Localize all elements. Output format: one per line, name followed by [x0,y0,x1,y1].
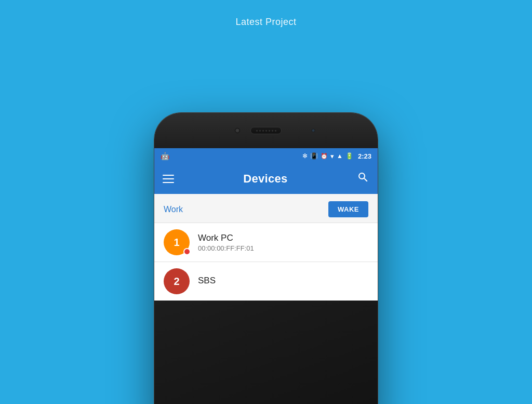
app-bar: Devices [154,164,378,194]
wake-all-button[interactable]: WAKE [328,201,368,217]
status-bar-left: 🤖 [161,152,169,160]
phone-body: 🤖 ✻ 📳 ⏰ ▾ ▲ 🔋 2:23 [154,113,378,404]
phone-top-bezel [154,113,378,148]
alarm-icon: ⏰ [321,153,328,160]
group-label: Work [164,205,183,214]
device-group-header: Work WAKE [154,194,378,223]
vibrate-icon: 📳 [310,152,318,160]
front-camera-right [311,128,315,133]
hamburger-line-1 [163,175,174,176]
phone-mockup: 🤖 ✻ 📳 ⏰ ▾ ▲ 🔋 2:23 [154,113,378,404]
device-info-1: Work PC 00:00:00:FF:FF:01 [198,233,368,252]
avatar-number-2: 2 [174,276,179,288]
device-list: Work WAKE 1 Work PC 00:00:00:FF:FF:01 [154,194,378,301]
bluetooth-icon: ✻ [302,152,308,160]
phone-screen: 🤖 ✻ 📳 ⏰ ▾ ▲ 🔋 2:23 [154,148,378,404]
wifi-icon: ▾ [330,152,334,160]
device-avatar-1: 1 [164,229,190,255]
hamburger-line-3 [163,182,174,183]
hamburger-menu-icon[interactable] [163,175,174,183]
avatar-number-1: 1 [174,237,179,249]
subtitle-label: Latest Project [196,17,336,28]
device-item-workpc[interactable]: 1 Work PC 00:00:00:FF:FF:01 [154,223,378,262]
android-status-icon: 🤖 [161,152,169,160]
battery-icon: 🔋 [345,152,353,160]
search-icon[interactable] [357,171,369,187]
device-item-sbs[interactable]: 2 SBS [154,262,378,301]
signal-icon: ▲ [337,152,343,160]
device-name-1: Work PC [198,233,368,243]
device-name-2: SBS [198,276,368,286]
avatar-badge-1 [183,248,191,255]
device-avatar-2: 2 [164,268,190,294]
status-time: 2:23 [358,152,371,160]
app-bar-title: Devices [243,172,287,186]
front-camera-left [235,128,240,133]
device-info-2: SBS [198,276,368,287]
hamburger-line-2 [163,178,174,179]
device-mac-1: 00:00:00:FF:FF:01 [198,244,368,252]
status-bar-right: ✻ 📳 ⏰ ▾ ▲ 🔋 2:23 [302,152,371,160]
status-bar: 🤖 ✻ 📳 ⏰ ▾ ▲ 🔋 2:23 [154,148,378,164]
speaker-grille [250,127,282,134]
